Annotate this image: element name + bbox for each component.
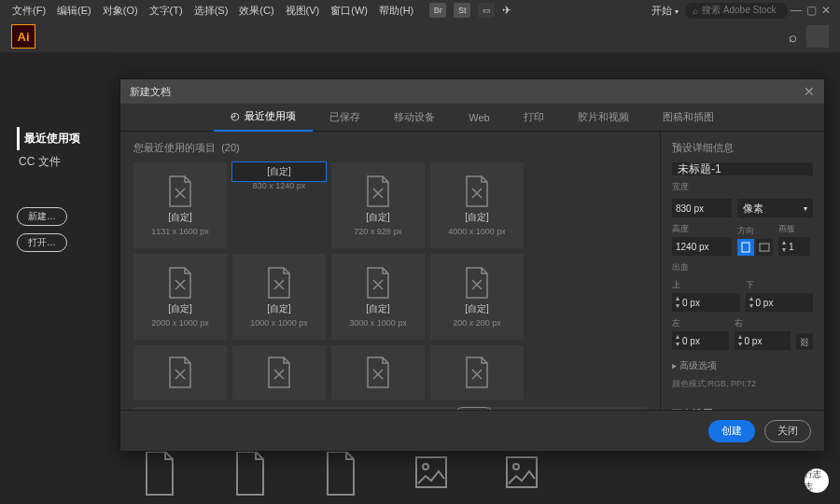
file-icon	[231, 450, 270, 497]
workspace-switcher[interactable]: 开始 ▾	[647, 2, 683, 20]
preset-size: 2000 x 1000 px	[151, 318, 209, 328]
preset-name: [自定]	[366, 211, 390, 224]
preset-card[interactable]: [自定]4000 x 1000 px	[430, 162, 524, 248]
preset-name: [自定]	[465, 302, 489, 315]
menu-edit[interactable]: 编辑(E)	[52, 2, 96, 20]
create-button[interactable]: 创建	[708, 420, 755, 442]
window-maximize[interactable]: ▢	[805, 4, 818, 17]
tab-web[interactable]: Web	[452, 104, 506, 132]
preset-name: [自定]	[366, 302, 390, 315]
preset-size: 720 x 928 px	[354, 227, 402, 236]
file-icon	[321, 450, 360, 497]
account-button[interactable]	[806, 25, 829, 48]
menu-select[interactable]: 选择(S)	[189, 2, 233, 20]
tab-saved[interactable]: 已保存	[313, 104, 377, 132]
menu-view[interactable]: 视图(V)	[281, 2, 325, 20]
preset-size: 200 x 200 px	[453, 318, 501, 328]
file-icon	[140, 450, 179, 497]
bleed-right[interactable]: ▴▾0 px	[735, 331, 791, 350]
preset-name: [自定]	[168, 211, 192, 224]
app-logo: Ai	[11, 24, 35, 49]
bleed-top[interactable]: ▴▾0 px	[672, 293, 740, 312]
preset-name: [自定]	[465, 211, 489, 224]
svg-point-3	[513, 464, 519, 469]
tab-film[interactable]: 胶片和视频	[561, 104, 646, 132]
publish-icon[interactable]: ✈	[502, 4, 511, 17]
bleed-left[interactable]: ▴▾0 px	[672, 331, 729, 350]
window-close[interactable]: ✕	[819, 4, 833, 17]
search-icon: ⌕	[693, 6, 698, 16]
svg-rect-0	[416, 457, 446, 487]
link-icon[interactable]: ⛓	[796, 333, 813, 350]
svg-rect-5	[760, 244, 769, 251]
menu-window[interactable]: 窗口(W)	[326, 2, 372, 20]
preset-card[interactable]	[232, 345, 326, 399]
doc-name-input[interactable]	[672, 162, 813, 175]
preset-name: [自定]	[267, 165, 291, 178]
menu-file[interactable]: 文件(F)	[7, 2, 50, 20]
dialog-title: 新建文档	[130, 85, 171, 99]
preset-card[interactable]: [自定]830 x 1240 px	[232, 162, 326, 181]
preset-name: [自定]	[168, 302, 192, 315]
preset-size: 1131 x 1600 px	[151, 227, 209, 236]
preset-size: 1000 x 1000 px	[250, 318, 308, 328]
height-input[interactable]: 1240 px	[672, 237, 732, 256]
orientation-landscape[interactable]	[756, 239, 773, 256]
preset-card[interactable]: [自定]1000 x 1000 px	[232, 254, 326, 340]
artboard-count[interactable]: ▴▾1	[778, 237, 810, 256]
new-button[interactable]: 新建…	[17, 207, 67, 226]
menu-object[interactable]: 对象(O)	[98, 2, 143, 20]
close-button[interactable]: 关闭	[764, 420, 811, 442]
preset-card[interactable]: [自定]2000 x 1000 px	[133, 254, 227, 340]
advanced-toggle[interactable]: ▸ 高级选项	[672, 359, 813, 372]
width-input[interactable]: 830 px	[672, 199, 732, 217]
clock-icon: ◴	[231, 110, 240, 122]
tab-mobile[interactable]: 移动设备	[377, 104, 452, 132]
orientation-portrait[interactable]	[737, 239, 754, 256]
open-button[interactable]: 打开…	[17, 233, 67, 252]
sidebar-tab-cc[interactable]: CC 文件	[17, 150, 105, 174]
preset-card[interactable]: [自定]1131 x 1600 px	[133, 162, 227, 248]
svg-point-1	[423, 464, 428, 469]
details-header: 预设详细信息	[672, 141, 813, 155]
preset-card[interactable]	[331, 345, 425, 399]
image-icon	[412, 450, 451, 497]
preset-card[interactable]	[133, 345, 227, 399]
tab-art[interactable]: 图稿和插图	[646, 104, 731, 132]
preset-card[interactable]: [自定]200 x 200 px	[430, 254, 524, 340]
recent-thumbnails	[140, 450, 821, 497]
color-mode: 颜色模式:RGB, PPI:72	[672, 378, 813, 390]
tab-recent[interactable]: ◴最近使用项	[214, 104, 313, 132]
preset-card[interactable]: [自定]3000 x 1000 px	[331, 254, 425, 340]
svg-rect-2	[507, 457, 537, 487]
tab-print[interactable]: 打印	[507, 104, 561, 132]
preset-name: [自定]	[267, 302, 291, 315]
new-document-dialog: 新建文档 ✕ ◴最近使用项 已保存 移动设备 Web 打印 胶片和视频 图稿和插…	[119, 78, 825, 452]
window-minimize[interactable]: —	[790, 4, 803, 17]
stock-icon[interactable]: St	[454, 3, 470, 18]
menu-effect[interactable]: 效果(C)	[234, 2, 278, 20]
preset-size: 4000 x 1000 px	[448, 227, 506, 236]
search-icon[interactable]: ⌕	[789, 29, 797, 45]
stock-search[interactable]: ⌕搜索 Adobe Stock	[685, 3, 788, 19]
preset-card[interactable]	[430, 345, 524, 399]
sidebar-tab-recent[interactable]: 最近使用项	[17, 127, 105, 150]
svg-rect-4	[742, 243, 749, 252]
preset-size: 3000 x 1000 px	[349, 318, 407, 328]
preset-size: 830 x 1240 px	[253, 181, 306, 190]
menu-help[interactable]: 帮助(H)	[374, 2, 418, 20]
unit-select[interactable]: 像素▾	[737, 199, 813, 217]
close-icon[interactable]: ✕	[804, 84, 815, 99]
bridge-icon[interactable]: Br	[429, 3, 446, 18]
watermark-badge: 行志志	[805, 469, 829, 493]
menu-type[interactable]: 文字(T)	[145, 2, 188, 20]
image-icon	[502, 450, 541, 497]
bleed-bottom[interactable]: ▴▾0 px	[746, 293, 814, 312]
arrange-icon[interactable]: ▭	[478, 3, 495, 18]
preset-card[interactable]: [自定]720 x 928 px	[331, 162, 425, 248]
